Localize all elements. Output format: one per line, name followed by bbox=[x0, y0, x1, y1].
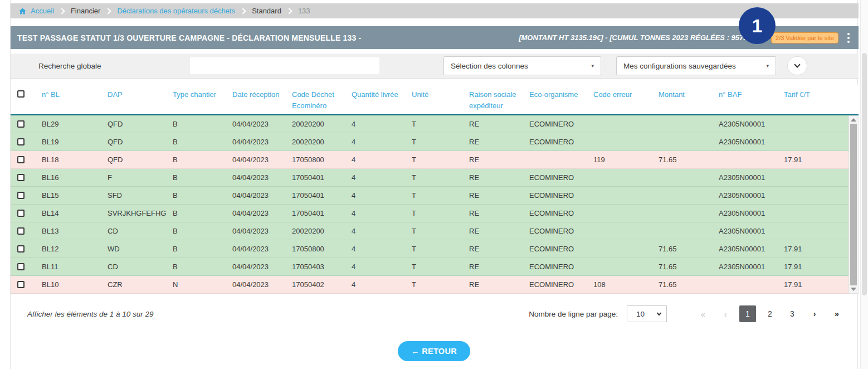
table-row[interactable]: BL10CZRN04/04/2023170504024TREECOMINERO1… bbox=[11, 276, 849, 294]
table-cell: BL13 bbox=[37, 227, 103, 235]
pagination-next[interactable]: › bbox=[806, 305, 823, 322]
table-cell: 17050800 bbox=[287, 156, 347, 164]
content-panel: AccueilFinancierDéclarations des opérate… bbox=[10, 0, 858, 369]
home-icon[interactable] bbox=[18, 7, 27, 15]
table-cell: 4 bbox=[347, 191, 407, 200]
table-cell: SFD bbox=[103, 191, 168, 200]
table-body: BL29QFDB04/04/2023200202004TREECOMINEROA… bbox=[11, 115, 859, 294]
table-cell: 17.91 bbox=[779, 263, 849, 271]
table-cell: 04/04/2023 bbox=[228, 227, 287, 235]
row-checkbox[interactable] bbox=[17, 227, 25, 235]
table-row[interactable]: BL14SVRJKHGFEFHGB04/04/2023170504014TREE… bbox=[11, 205, 849, 222]
column-header[interactable]: n° BAF bbox=[714, 89, 779, 111]
table-cell: B bbox=[168, 227, 228, 235]
per-page-select[interactable]: 10 bbox=[627, 305, 667, 322]
chevron-right-icon bbox=[58, 8, 65, 14]
column-header[interactable]: Code Déchet Ecominéro bbox=[287, 89, 347, 111]
row-checkbox[interactable] bbox=[17, 138, 25, 145]
table-cell: 20020200 bbox=[287, 138, 347, 146]
table-cell: ECOMINERO bbox=[525, 280, 589, 289]
row-checkbox[interactable] bbox=[17, 245, 25, 253]
table-row[interactable]: BL29QFDB04/04/2023200202004TREECOMINEROA… bbox=[11, 115, 849, 133]
column-header[interactable]: Montant bbox=[654, 89, 714, 111]
table-cell: 17.91 bbox=[779, 280, 849, 289]
select-all-checkbox[interactable] bbox=[17, 90, 25, 98]
page-scrollbar-thumb[interactable] bbox=[862, 53, 867, 295]
table-cell: BL14 bbox=[37, 209, 103, 217]
table-row[interactable]: BL18QFDB04/04/2023170508004TRE11971.6517… bbox=[11, 151, 849, 169]
page-scrollbar[interactable] bbox=[860, 0, 868, 369]
table-cell: T bbox=[407, 209, 465, 217]
table-cell: ECOMINERO bbox=[525, 191, 589, 200]
breadcrumb-item[interactable]: Déclarations des opérateurs déchets bbox=[117, 7, 235, 15]
table-cell: A2305N00001 bbox=[714, 138, 779, 146]
chevron-down-icon bbox=[657, 311, 661, 315]
columns-select[interactable]: Sélection des colonnes ▾ bbox=[443, 56, 601, 75]
pagination-page[interactable]: 1 bbox=[739, 305, 756, 322]
row-checkbox-cell bbox=[11, 210, 37, 217]
row-checkbox[interactable] bbox=[17, 156, 25, 163]
table-cell: 4 bbox=[347, 227, 407, 235]
table-cell: A2305N00001 bbox=[714, 209, 779, 217]
column-header[interactable]: Eco-organisme bbox=[525, 89, 589, 111]
montant-value: 3135.19€ bbox=[570, 33, 601, 42]
column-header[interactable]: Raison sociale expéditeur bbox=[465, 89, 525, 111]
row-checkbox-cell bbox=[11, 174, 37, 181]
table-cell: 04/04/2023 bbox=[228, 280, 287, 289]
pagination-prev: ‹ bbox=[717, 305, 734, 322]
table-cell: ECOMINERO bbox=[525, 245, 589, 253]
table-row[interactable]: BL12WDB04/04/2023170508004TREECOMINERO71… bbox=[11, 240, 849, 258]
table-row[interactable]: BL11CDB04/04/2023170504034TREECOMINERO71… bbox=[11, 258, 849, 276]
pagination-last[interactable]: » bbox=[828, 305, 845, 322]
saved-configs-value: Mes configurations sauvegardées bbox=[623, 62, 736, 70]
table-cell: ECOMINERO bbox=[525, 227, 589, 235]
column-header[interactable]: Code erreur bbox=[589, 89, 654, 111]
back-arrow-icon: ← bbox=[411, 347, 420, 356]
column-header[interactable]: Tarif €/T bbox=[779, 89, 859, 111]
column-header[interactable]: Unité bbox=[407, 89, 465, 111]
row-checkbox[interactable] bbox=[17, 120, 25, 128]
global-search-input[interactable] bbox=[190, 57, 379, 74]
column-header[interactable]: Quantité livrée bbox=[347, 89, 407, 111]
page-title: TEST PASSAGE STATUT 1/3 OUVERTURE CAMPAG… bbox=[17, 33, 362, 42]
pagination-page[interactable]: 2 bbox=[762, 305, 778, 322]
table-cell: 71.65 bbox=[654, 263, 714, 271]
table-row[interactable]: BL16FB04/04/2023170504014TREECOMINEROA23… bbox=[11, 169, 849, 187]
status-badge[interactable]: 2/3 Validée par le site bbox=[771, 32, 838, 43]
row-checkbox[interactable] bbox=[17, 174, 25, 181]
table-row[interactable]: BL13CDB04/04/2023200202004TREECOMINEROA2… bbox=[11, 222, 849, 240]
amounts-part: ] - [CUMUL TONNES 2023 RÉGLÉES : bbox=[601, 33, 731, 42]
table-cell: ECOMINERO bbox=[525, 263, 589, 271]
table-cell: A2305N00001 bbox=[714, 245, 779, 253]
row-checkbox[interactable] bbox=[17, 281, 25, 288]
row-checkbox[interactable] bbox=[17, 210, 25, 217]
column-header[interactable]: Type chantier bbox=[168, 89, 228, 111]
scroll-up-icon[interactable] bbox=[851, 118, 856, 122]
table-cell: 20020200 bbox=[287, 120, 347, 128]
table-scrollbar[interactable] bbox=[849, 115, 859, 294]
saved-configs-select[interactable]: Mes configurations sauvegardées ▾ bbox=[616, 56, 776, 75]
breadcrumb-item[interactable]: Accueil bbox=[31, 7, 54, 15]
breadcrumb-item: Standard bbox=[252, 7, 281, 15]
table-cell: RE bbox=[465, 191, 525, 200]
expand-filters-button[interactable] bbox=[787, 56, 807, 75]
scrollbar-thumb[interactable] bbox=[850, 124, 857, 285]
table-cell: BL29 bbox=[37, 120, 103, 128]
table-cell: QFD bbox=[103, 156, 168, 164]
table-cell: RE bbox=[465, 227, 525, 235]
column-header[interactable]: Date réception bbox=[228, 89, 287, 111]
column-header[interactable]: n° BL bbox=[37, 89, 103, 111]
table-row[interactable]: BL19QFDB04/04/2023200202004TREECOMINEROA… bbox=[11, 133, 849, 151]
kebab-menu-icon[interactable] bbox=[844, 32, 853, 44]
table-cell: 4 bbox=[347, 173, 407, 182]
table-cell: A2305N00001 bbox=[714, 263, 779, 271]
retour-button[interactable]: ← RETOUR bbox=[398, 341, 470, 361]
pagination-page[interactable]: 3 bbox=[784, 305, 801, 322]
scroll-down-icon[interactable] bbox=[851, 288, 856, 291]
table-cell: BL19 bbox=[37, 138, 103, 146]
row-checkbox[interactable] bbox=[17, 263, 25, 270]
column-header[interactable]: DAP bbox=[103, 89, 168, 111]
row-checkbox[interactable] bbox=[17, 192, 25, 199]
table-row[interactable]: BL15SFDB04/04/2023170504014TREECOMINEROA… bbox=[11, 187, 849, 205]
table-cell: 04/04/2023 bbox=[228, 263, 287, 271]
